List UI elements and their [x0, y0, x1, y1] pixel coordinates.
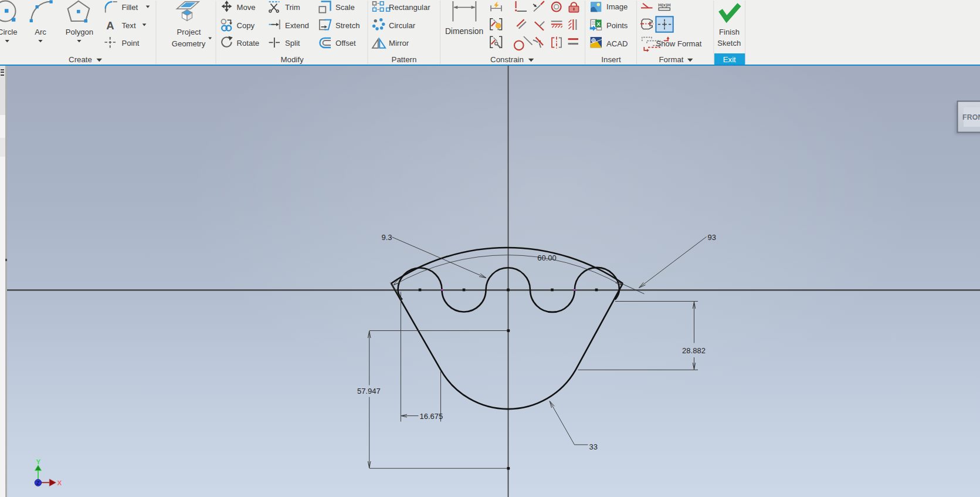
svg-text:Stretch: Stretch: [335, 21, 360, 30]
svg-text:57.947: 57.947: [357, 387, 381, 395]
svg-text:Pattern: Pattern: [392, 55, 417, 64]
svg-text:28.882: 28.882: [682, 346, 706, 355]
svg-text:Arc: Arc: [35, 28, 46, 36]
svg-text:X: X: [596, 21, 601, 27]
svg-text:33: 33: [589, 442, 598, 451]
svg-text:9.3: 9.3: [381, 233, 392, 242]
svg-text:60.00: 60.00: [537, 253, 557, 262]
svg-text:Finish: Finish: [719, 28, 740, 36]
svg-text:16.675: 16.675: [420, 412, 443, 421]
svg-text:Fillet: Fillet: [122, 3, 138, 12]
svg-text:Points: Points: [606, 21, 628, 30]
svg-text:H(x)H: H(x)H: [658, 2, 671, 8]
svg-text:Point: Point: [122, 39, 140, 48]
svg-text:Project: Project: [177, 28, 201, 36]
svg-text:Sketch: Sketch: [717, 39, 741, 48]
svg-text:FRONT: FRONT: [962, 113, 980, 121]
svg-text:Geometry: Geometry: [172, 39, 206, 48]
svg-text:X: X: [57, 479, 62, 486]
svg-text:Show Format: Show Format: [656, 39, 702, 48]
svg-text:Rotate: Rotate: [237, 39, 260, 48]
svg-text:Rectangular: Rectangular: [389, 3, 430, 12]
svg-text:Image: Image: [606, 2, 628, 11]
svg-text:Split: Split: [285, 39, 300, 48]
svg-text:Move: Move: [237, 3, 256, 12]
svg-text:Insert: Insert: [601, 55, 621, 64]
svg-text:Create: Create: [69, 55, 92, 64]
svg-text:Z: Z: [36, 479, 40, 486]
svg-text:Offset: Offset: [335, 39, 356, 48]
svg-text:93: 93: [708, 233, 716, 242]
svg-text:ACAD: ACAD: [606, 39, 628, 48]
svg-text:Polygon: Polygon: [66, 28, 93, 36]
svg-text:Dimension: Dimension: [445, 27, 483, 36]
svg-text:A: A: [106, 19, 114, 32]
svg-text:Mirror: Mirror: [389, 39, 409, 48]
svg-text:Constrain: Constrain: [490, 55, 524, 64]
svg-text:Y: Y: [36, 458, 41, 465]
svg-text:Scale: Scale: [335, 3, 355, 12]
svg-text:Text: Text: [122, 21, 136, 30]
svg-text:Copy: Copy: [237, 21, 255, 30]
svg-text:Trim: Trim: [285, 3, 300, 12]
svg-text:Format: Format: [659, 55, 683, 64]
svg-text:Circular: Circular: [389, 21, 416, 30]
svg-text:Exit: Exit: [723, 55, 736, 64]
svg-text:Modify: Modify: [280, 55, 304, 64]
svg-text:Circle: Circle: [0, 28, 17, 36]
svg-text:Extend: Extend: [285, 21, 309, 30]
